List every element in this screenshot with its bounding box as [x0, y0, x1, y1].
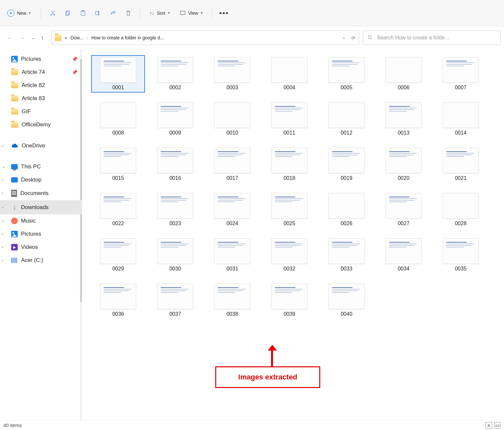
file-thumbnail — [386, 193, 422, 219]
file-item[interactable]: 0017 — [206, 146, 259, 183]
sidebar-item-documents[interactable]: ›Documents — [0, 186, 82, 200]
file-item[interactable]: 0003 — [206, 56, 259, 92]
file-item[interactable]: 0028 — [434, 192, 487, 228]
file-item[interactable]: 0006 — [377, 56, 430, 92]
file-item[interactable]: 0033 — [320, 237, 373, 273]
thumbnails-view-button[interactable]: ▭ — [494, 422, 501, 429]
file-item[interactable]: 0036 — [92, 282, 144, 318]
file-item[interactable]: 0031 — [206, 237, 259, 273]
chevron-right-icon[interactable]: › — [2, 219, 3, 223]
sidebar-item-onedrive[interactable]: ›OneDrive — [0, 139, 82, 152]
file-item[interactable]: 0022 — [92, 192, 144, 228]
sidebar-item-desktop[interactable]: ›Desktop — [0, 173, 82, 186]
file-item[interactable]: 0026 — [320, 192, 373, 228]
file-item[interactable]: 0010 — [206, 101, 259, 137]
copy-button[interactable] — [62, 7, 74, 19]
file-name: 0033 — [341, 266, 352, 272]
file-item[interactable]: 0019 — [320, 146, 373, 183]
recent-button[interactable]: ⌄ — [32, 35, 35, 40]
file-item[interactable]: 0027 — [377, 192, 430, 228]
back-button[interactable]: ← — [7, 34, 13, 42]
chevron-right-icon[interactable]: › — [2, 258, 3, 263]
cut-button[interactable] — [47, 7, 59, 19]
file-item[interactable]: 0012 — [320, 101, 373, 137]
sidebar-item-article-82[interactable]: Article 82 — [0, 79, 82, 92]
file-item[interactable]: 0025 — [263, 192, 316, 228]
sidebar-item-downloads[interactable]: ›↓Downloads — [0, 200, 82, 214]
new-button[interactable]: + New ▾ — [3, 8, 35, 19]
file-item[interactable]: 0034 — [377, 237, 430, 273]
chevron-right-icon[interactable]: › — [2, 232, 3, 236]
file-name: 0020 — [398, 175, 410, 181]
sidebar-item-article-74[interactable]: Article 74📌 — [0, 66, 82, 79]
chevron-down-icon[interactable]: ⌄ — [2, 164, 5, 169]
sidebar-item-this-pc[interactable]: ⌄This PC — [0, 160, 82, 173]
rename-button[interactable] — [92, 7, 104, 19]
file-item[interactable]: 0024 — [206, 192, 259, 228]
file-item[interactable]: 0007 — [434, 56, 487, 92]
file-item[interactable]: 0039 — [263, 282, 316, 318]
file-name: 0019 — [341, 175, 352, 181]
file-item[interactable]: 0030 — [149, 237, 201, 273]
file-item[interactable]: 0002 — [149, 56, 201, 92]
file-name: 0009 — [169, 130, 181, 136]
chevron-right-icon[interactable]: › — [2, 245, 3, 249]
file-item[interactable]: 0029 — [92, 237, 144, 273]
forward-button[interactable]: → — [19, 34, 26, 42]
file-thumbnail — [157, 57, 193, 83]
file-item[interactable]: 0011 — [263, 101, 316, 137]
file-thumbnail — [386, 148, 422, 173]
sidebar-item-pictures[interactable]: ›Pictures — [0, 227, 82, 241]
file-item[interactable]: 0035 — [434, 237, 487, 273]
sidebar-item-music[interactable]: ›♪Music — [0, 214, 82, 227]
file-item[interactable]: 0023 — [149, 192, 201, 228]
sort-button[interactable]: ↑↓ Sort ▾ — [146, 9, 173, 17]
file-item[interactable]: 0001 — [92, 56, 144, 92]
file-item[interactable]: 0016 — [149, 146, 201, 183]
file-item[interactable]: 0032 — [263, 237, 316, 273]
delete-button[interactable] — [122, 7, 134, 19]
chevron-right-icon[interactable]: › — [2, 191, 3, 196]
chevron-right-icon[interactable]: › — [2, 178, 3, 182]
file-item[interactable]: 0004 — [263, 56, 316, 92]
sidebar-item-article-83[interactable]: Article 83 — [0, 92, 82, 105]
chevron-right-icon[interactable]: › — [2, 143, 3, 148]
file-item[interactable]: 0005 — [320, 56, 373, 92]
folder-icon — [11, 69, 18, 75]
sidebar-item-pictures[interactable]: Pictures📌 — [0, 53, 82, 66]
sidebar-item-gif[interactable]: GIF — [0, 105, 82, 118]
file-item[interactable]: 0018 — [263, 146, 316, 183]
crumb-2[interactable]: How to create a folder in google d... — [91, 35, 339, 40]
sidebar-item-officedemy[interactable]: OfficeDemy — [0, 118, 82, 131]
file-item[interactable]: 0040 — [320, 282, 373, 318]
details-view-button[interactable]: ≡ — [486, 422, 492, 429]
file-item[interactable]: 0013 — [377, 101, 430, 137]
file-name: 0013 — [398, 130, 410, 136]
paste-button[interactable] — [77, 7, 89, 19]
search-input[interactable] — [377, 35, 496, 41]
share-button[interactable] — [107, 7, 119, 19]
file-item[interactable]: 0008 — [92, 101, 144, 137]
file-item[interactable]: 0021 — [434, 146, 487, 183]
file-thumbnail — [157, 102, 193, 128]
crumb-1[interactable]: Dow... — [71, 35, 83, 40]
file-item[interactable]: 0037 — [149, 282, 201, 318]
file-name: 0017 — [226, 175, 238, 181]
refresh-button[interactable]: ⟳ — [351, 35, 355, 40]
file-item[interactable]: 0020 — [377, 146, 430, 183]
file-item[interactable]: 0009 — [149, 101, 201, 137]
file-item[interactable]: 0014 — [434, 101, 487, 137]
address-bar[interactable]: « Dow... › How to create a folder in goo… — [51, 31, 359, 45]
new-label: New — [17, 11, 26, 16]
address-dropdown[interactable]: ⌄ — [342, 35, 346, 40]
up-button[interactable]: ↑ — [41, 34, 44, 42]
sidebar-item-videos[interactable]: ›▶Videos — [0, 241, 82, 254]
folder-icon — [11, 82, 18, 88]
search-bar[interactable] — [363, 31, 501, 45]
sidebar-item-acer-c-[interactable]: ›Acer (C:) — [0, 254, 82, 267]
view-button[interactable]: View ▾ — [177, 9, 206, 17]
more-button[interactable]: ••• — [218, 7, 230, 19]
file-item[interactable]: 0015 — [92, 146, 144, 183]
chevron-right-icon[interactable]: › — [2, 205, 3, 210]
file-item[interactable]: 0038 — [206, 282, 259, 318]
